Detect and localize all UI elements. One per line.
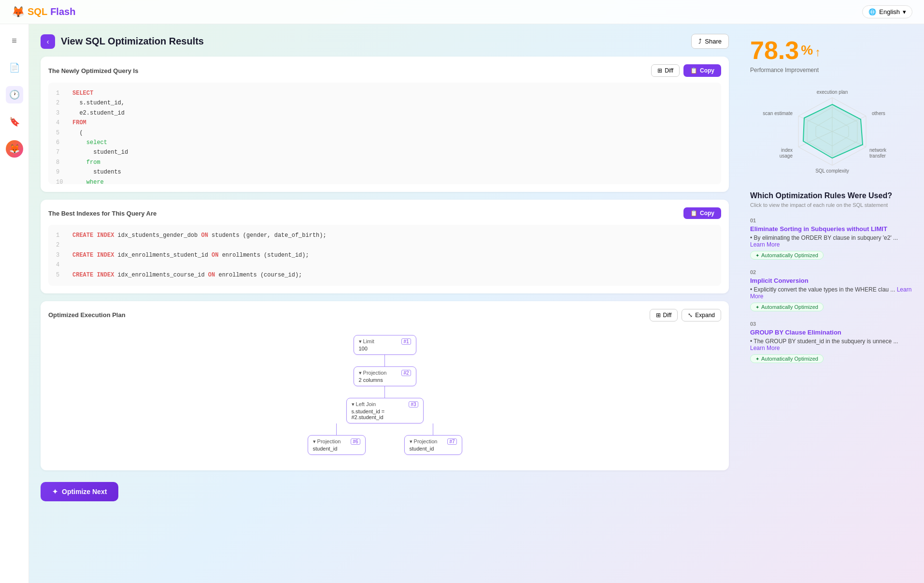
score-pct: % [801, 36, 813, 58]
logo-icon: 🦊 [12, 6, 25, 18]
radar-chart: execution plan others network transfer S… [750, 83, 914, 180]
avatar[interactable]: 🦊 [6, 140, 23, 158]
sidebar-item-file[interactable]: 📄 [6, 59, 23, 76]
logo-flash: Flash [50, 6, 75, 17]
plan-node-left-join[interactable]: ▾ Left Join #3 s.student_id =#2.student_… [346, 398, 424, 423]
code-line: 3CREATE INDEX idx_enrollments_student_id… [56, 250, 713, 260]
opt-header: Which Optimization Rules Were Used? [750, 191, 914, 200]
copy-button[interactable]: 📋 Copy [683, 64, 721, 77]
execution-plan-card: Optimized Execution Plan ⊞ Diff ⤡ Expand [41, 301, 729, 470]
rule-title[interactable]: Implicit Conversion [750, 277, 914, 284]
optimized-query-card: The Newly Optimized Query Is ⊞ Diff 📋 Co… [41, 57, 729, 192]
code-line: 7 student_id [56, 147, 713, 157]
plan-container: ▾ Limit #1 100 ▾ Projection #2 2 columns [48, 327, 721, 463]
card-title: The Best Indexes for This Query Are [48, 210, 156, 217]
svg-text:others: others [872, 111, 885, 116]
score-value: 78.3 [750, 36, 799, 65]
back-icon: ‹ [47, 38, 49, 45]
learn-more-link[interactable]: Learn More [750, 345, 780, 351]
expand-icon: ⤡ [688, 312, 693, 319]
learn-more-link[interactable]: Learn More [750, 241, 780, 248]
diff-button[interactable]: ⊞ Diff [650, 309, 678, 321]
sidebar-item-menu[interactable]: ≡ [6, 32, 23, 49]
performance-section: 78.3% ↑ Performance Improvement [750, 36, 914, 73]
optimize-label: Optimize Next [62, 488, 107, 496]
optimize-icon: ✦ [52, 488, 58, 496]
auto-optimized-badge: Automatically Optimized [750, 354, 824, 363]
connector [384, 386, 385, 398]
code-block: 1SELECT 2 s.student_id, 3 e2.student_id … [48, 83, 721, 184]
copy-icon: 📋 [690, 210, 697, 217]
menu-icon: ≡ [12, 36, 17, 46]
copy-icon: 📋 [690, 67, 697, 74]
share-icon: ⤴ [698, 38, 702, 45]
diff-label: Diff [663, 312, 672, 319]
page-title: View SQL Optimization Results [61, 36, 204, 47]
connector [433, 423, 434, 435]
share-button[interactable]: ⤴ Share [691, 34, 729, 49]
button-row: ⊞ Diff ⤡ Expand [650, 309, 722, 321]
code-line: 4FROM [56, 118, 713, 128]
connector [336, 423, 337, 435]
card-header: The Newly Optimized Query Is ⊞ Diff 📋 Co… [48, 64, 721, 77]
code-line: 1CREATE INDEX idx_students_gender_dob ON… [56, 231, 713, 240]
optimize-next-button[interactable]: ✦ Optimize Next [41, 482, 118, 501]
copy-button[interactable]: 📋 Copy [683, 207, 721, 219]
rule-desc: • Explicitly convert the value types in … [750, 286, 914, 300]
chevron-down-icon: ▾ [903, 8, 906, 15]
expand-label: Expand [695, 312, 715, 319]
svg-text:index: index [781, 147, 793, 153]
right-branch: ▾ Projection #7 student_id [404, 423, 462, 455]
back-button[interactable]: ‹ [41, 34, 55, 49]
code-line: 4 [56, 260, 713, 270]
plan-node-projection-top[interactable]: ▾ Projection #2 2 columns [354, 366, 416, 386]
expand-button[interactable]: ⤡ Expand [682, 309, 721, 321]
card-title: The Newly Optimized Query Is [48, 67, 138, 74]
rule-num: 02 [750, 269, 914, 275]
diff-icon: ⊞ [657, 67, 662, 74]
language-button[interactable]: 🌐 English ▾ [862, 5, 912, 18]
code-line: 10 where [56, 177, 713, 184]
plan-node-limit[interactable]: ▾ Limit #1 100 [354, 335, 416, 355]
rule-title[interactable]: Eliminate Sorting in Subqueries without … [750, 225, 914, 233]
diff-button[interactable]: ⊞ Diff [651, 64, 680, 77]
performance-label: Performance Improvement [750, 67, 914, 73]
sidebar-item-history[interactable]: 🕐 [6, 86, 23, 103]
diff-label: Diff [665, 67, 673, 74]
page-title-row: ‹ View SQL Optimization Results [41, 34, 204, 49]
rule-desc: • By eliminating the ORDER BY clause in … [750, 234, 914, 248]
rule-item-03: 03 GROUP BY Clause Elimination • The GRO… [750, 321, 914, 363]
card-header: The Best Indexes for This Query Are 📋 Co… [48, 207, 721, 219]
code-line: 5CREATE INDEX idx_enrollments_course_id … [56, 270, 713, 280]
logo: 🦊 SQLFlash [12, 6, 75, 18]
score-arrow: ↑ [815, 36, 821, 59]
code-line: 9 students [56, 167, 713, 177]
rule-title[interactable]: GROUP BY Clause Elimination [750, 329, 914, 336]
rule-num: 01 [750, 218, 914, 223]
code-line: 6 select [56, 138, 713, 147]
code-line: 8 from [56, 158, 713, 167]
page-header: ‹ View SQL Optimization Results ⤴ Share [41, 34, 729, 49]
avatar-icon: 🦊 [9, 144, 20, 154]
branch-connectors: ▾ Projection #6 student_id ▾ Projection [308, 423, 462, 455]
rule-num: 03 [750, 321, 914, 327]
svg-marker-9 [803, 104, 863, 158]
auto-optimized-badge: Automatically Optimized [750, 251, 824, 260]
card-title: Optimized Execution Plan [48, 311, 126, 319]
button-row: ⊞ Diff 📋 Copy [651, 64, 721, 77]
plan-node-projection-left[interactable]: ▾ Projection #6 student_id [308, 435, 366, 455]
plan-node-projection-right[interactable]: ▾ Projection #7 student_id [404, 435, 462, 455]
sidebar: ≡ 📄 🕐 🔖 🦊 [0, 24, 29, 583]
rule-desc: • The GROUP BY student_id in the subquer… [750, 338, 914, 351]
code-line: 2 s.student_id, [56, 98, 713, 108]
sidebar-item-bookmark[interactable]: 🔖 [6, 113, 23, 131]
share-label: Share [705, 38, 722, 45]
copy-label: Copy [700, 210, 714, 217]
indexes-card: The Best Indexes for This Query Are 📋 Co… [41, 200, 729, 293]
diff-icon: ⊞ [656, 312, 661, 319]
code-line: 5 ( [56, 128, 713, 138]
connector [384, 355, 385, 366]
right-panel: 78.3% ↑ Performance Improvement [740, 24, 924, 583]
svg-text:execution plan: execution plan [817, 89, 848, 95]
radar-svg: execution plan others network transfer S… [774, 83, 890, 180]
